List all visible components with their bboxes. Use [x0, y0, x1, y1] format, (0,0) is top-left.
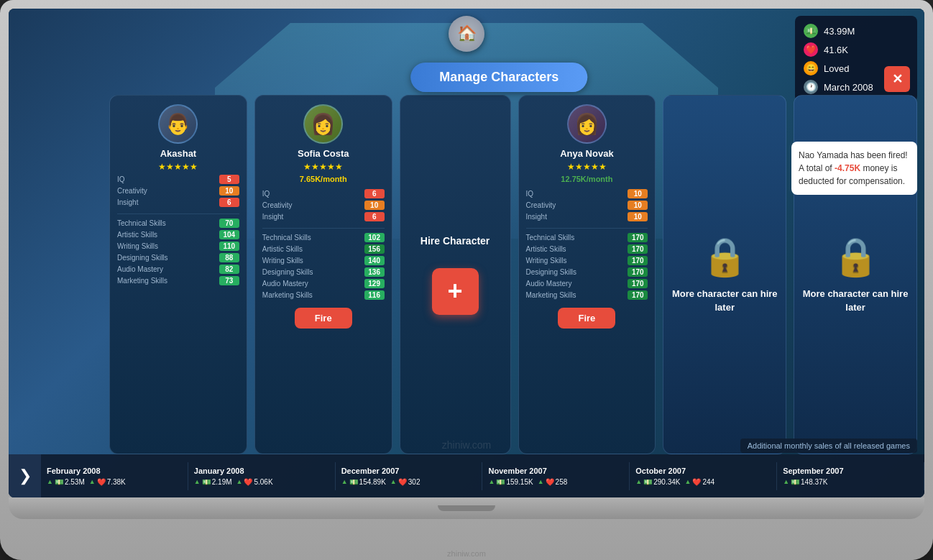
akashat-iq-row: IQ 5 [117, 175, 239, 184]
timeline-items: February 2008 ▲ 💵 2.53M ▲ ❤️ 7.38K [41, 462, 924, 490]
mood-value: Loved [824, 63, 849, 74]
money-value: 43.99M [824, 26, 855, 37]
notification-amount: -4.75K [835, 163, 860, 173]
sofia-audio-row: Audio Mastery 129 [262, 279, 385, 288]
sofia-fire-button[interactable]: Fire [295, 308, 352, 329]
sofia-writing: 140 [364, 256, 385, 265]
sofia-insight: 6 [364, 212, 385, 221]
akashat-marketing: 73 [219, 276, 239, 285]
sofia-writing-row: Writing Skills 140 [262, 256, 385, 265]
hire-character-card: Hire Character + [400, 95, 511, 454]
anya-iq: 10 [628, 189, 648, 198]
anya-name: Anya Novak [560, 148, 613, 159]
creativity-label: Creativity [117, 187, 219, 195]
sofia-design: 136 [364, 267, 385, 277]
timeline-item-0: February 2008 ▲ 💵 2.53M ▲ ❤️ 7.38K [41, 462, 188, 490]
audio-label: Audio Mastery [117, 265, 219, 273]
anya-iq-row: IQ 10 [526, 189, 648, 198]
anya-tech: 170 [628, 233, 648, 242]
akashat-tech: 70 [219, 219, 239, 228]
akashat-artistic: 104 [219, 230, 239, 239]
design-label: Designing Skills [117, 254, 219, 262]
anya-design-row: Designing Skills 170 [526, 267, 648, 277]
anya-artistic-row: Artistic Skills 170 [526, 244, 648, 254]
fans-icon: ❤️ [804, 42, 818, 57]
sofia-avatar: 👩 [303, 104, 343, 144]
sofia-iq-row: IQ 6 [262, 189, 385, 198]
anya-marketing-row: Marketing Skills 170 [526, 290, 648, 300]
sofia-tech: 102 [364, 233, 385, 242]
modal-title: Manage Characters [410, 63, 587, 92]
character-card-sofia: 👩 Sofia Costa ★★★★★ 7.65K/month IQ 6 Cre… [254, 95, 392, 454]
sofia-iq: 6 [364, 189, 385, 198]
fans-value: 41.6K [824, 45, 848, 55]
timeline-item-1: January 2008 ▲ 💵 2.19M ▲ ❤️ 5.06K [188, 462, 336, 490]
anya-design: 170 [628, 267, 648, 277]
date-icon: 🕐 [804, 80, 818, 94]
tl-money-0: ▲ 💵 2.53M [47, 478, 85, 486]
sofia-marketing: 116 [364, 290, 385, 300]
anya-audio: 170 [628, 279, 648, 288]
akashat-name: Akashat [160, 148, 197, 159]
hud-money-row: 💵 43.99M [804, 22, 909, 40]
character-card-akashat: 👨 Akashat ★★★★★ IQ 5 Creativity 10 Insi [109, 95, 247, 454]
anya-stars: ★★★★★ [567, 162, 607, 172]
lock-icon-1: 🔒 [702, 235, 748, 279]
divider3 [526, 228, 648, 229]
sofia-artistic-row: Artistic Skills 156 [262, 244, 385, 254]
anya-audio-row: Audio Mastery 170 [526, 279, 648, 288]
akashat-iq: 5 [219, 175, 239, 184]
anya-creativity-row: Creativity 10 [526, 201, 648, 210]
anya-insight-row: Insight 10 [526, 212, 648, 221]
akashat-writing: 110 [219, 242, 239, 251]
tech-label: Technical Skills [117, 219, 219, 227]
mood-icon: 😄 [804, 61, 818, 75]
akashat-insight: 6 [219, 198, 239, 207]
lock-icon-2: 🔒 [832, 235, 879, 279]
sofia-salary: 7.65K/month [300, 175, 347, 183]
sales-info: Additional monthly sales of all released… [740, 439, 917, 453]
tl-month-2: December 2007 [341, 467, 477, 475]
insight-label: Insight [117, 198, 219, 206]
lock-card-1: 🔒 More character can hire later [663, 95, 786, 454]
akashat-tech-row: Technical Skills 70 [117, 219, 239, 228]
timeline-item-3: November 2007 ▲ 💵 159.15K ▲ ❤️ 258 [482, 462, 630, 490]
anya-tech-row: Technical Skills 170 [526, 233, 648, 242]
notification-panel: Nao Yamada has been fired! A total of -4… [791, 142, 917, 195]
akashat-creativity-row: Creativity 10 [117, 186, 239, 196]
marketing-label: Marketing Skills [117, 277, 219, 285]
home-button[interactable]: 🏠 [449, 16, 484, 52]
timeline-item-5: September 2007 ▲ 💵 148.37K [777, 462, 924, 490]
akashat-stars: ★★★★★ [158, 162, 198, 172]
sofia-tech-row: Technical Skills 102 [262, 233, 385, 242]
timeline-nav-button[interactable]: ❯ [9, 454, 41, 497]
timeline-item-2: December 2007 ▲ 💵 154.89K ▲ ❤️ 302 [336, 462, 483, 490]
sofia-marketing-row: Marketing Skills 116 [262, 290, 385, 300]
tl-month-1: January 2008 [194, 467, 329, 475]
anya-fire-button[interactable]: Fire [558, 308, 615, 329]
akashat-creativity: 10 [219, 186, 239, 196]
iq-label: IQ [117, 175, 219, 183]
anya-marketing: 170 [628, 290, 648, 300]
writing-label: Writing Skills [117, 242, 219, 250]
akashat-insight-row: Insight 6 [117, 198, 239, 207]
sofia-audio: 129 [364, 279, 385, 288]
home-icon: 🏠 [457, 24, 477, 43]
timeline-item-4: October 2007 ▲ 💵 290.34K ▲ ❤️ 244 [630, 462, 777, 490]
game-background: 🏠 💵 43.99M ❤️ 41.6K [9, 9, 924, 497]
akashat-audio-row: Audio Mastery 82 [117, 265, 239, 274]
modal-close-button[interactable]: ✕ [884, 66, 910, 92]
akashat-audio: 82 [219, 265, 239, 274]
hire-plus-button[interactable]: + [432, 268, 479, 315]
nav-chevron-icon: ❯ [19, 467, 32, 485]
hud-fans-row: ❤️ 41.6K [804, 40, 909, 59]
sofia-artistic: 156 [364, 244, 385, 254]
tl-month-0: February 2008 [47, 467, 182, 475]
akashat-avatar: 👨 [158, 104, 198, 144]
anya-creativity: 10 [628, 201, 648, 210]
hire-label: Hire Character [420, 235, 490, 247]
sofia-insight-row: Insight 6 [262, 212, 385, 221]
anya-artistic: 170 [628, 244, 648, 254]
tl-month-4: October 2007 [635, 467, 771, 475]
akashat-writing-row: Writing Skills 110 [117, 242, 239, 251]
